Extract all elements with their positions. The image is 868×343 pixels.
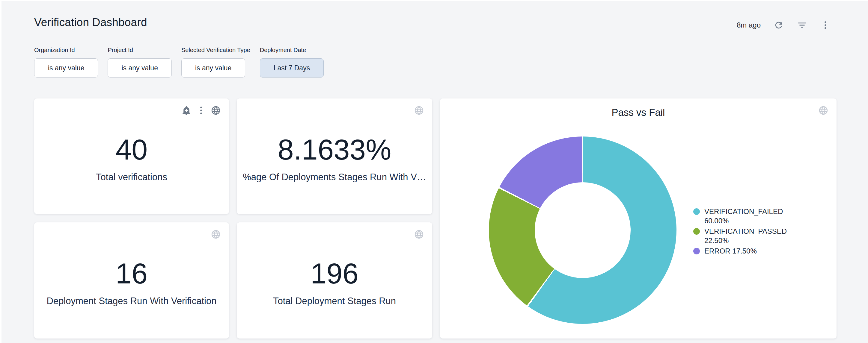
filter-organization-id: Organization Id is any value [34, 47, 98, 77]
filter-value-button[interactable]: Last 7 Days [260, 58, 324, 77]
filter-value-button[interactable]: is any value [34, 58, 98, 77]
legend-label: ERROR [704, 247, 731, 255]
legend-item-error[interactable]: ERROR 17.50% [693, 246, 799, 255]
filter-selected-verification-type: Selected Verification Type is any value [181, 47, 250, 77]
globe-icon[interactable] [414, 229, 425, 240]
last-refreshed-label: 8m ago [737, 21, 761, 29]
chart-title: Pass vs Fail [440, 107, 837, 118]
chart-card-pass-vs-fail: Pass vs Fail VERIFICATION_FAILED 60.00% … [440, 99, 837, 339]
filter-bar: Organization Id is any value Project Id … [34, 47, 324, 77]
filter-label: Selected Verification Type [181, 47, 250, 54]
refresh-icon[interactable] [773, 20, 784, 31]
header-actions: 8m ago [737, 18, 831, 32]
legend-percent: 60.00% [704, 217, 728, 225]
globe-icon[interactable] [818, 105, 829, 116]
add-alert-icon[interactable] [181, 105, 192, 116]
dashboard-page: Verification Dashboard 8m ago Organizati… [1, 1, 868, 343]
legend-swatch [693, 248, 700, 254]
legend-swatch [693, 228, 700, 235]
kebab-menu-icon[interactable] [820, 20, 831, 31]
tile-icons [181, 105, 221, 116]
donut-hole [535, 182, 631, 278]
filter-value-button[interactable]: is any value [107, 58, 172, 77]
kpi-label: Total verifications [96, 172, 167, 182]
legend-label: VERIFICATION_FAILED [704, 207, 783, 215]
kpi-value: 16 [116, 259, 148, 288]
filter-deployment-date: Deployment Date Last 7 Days [260, 47, 324, 77]
tile-icons [210, 229, 221, 240]
legend-percent: 17.50% [732, 247, 756, 255]
kebab-menu-icon[interactable] [196, 105, 207, 116]
legend-label: VERIFICATION_PASSED [704, 227, 787, 235]
chart-legend: VERIFICATION_FAILED 60.00% VERIFICATION_… [693, 207, 799, 257]
legend-item-verification-passed[interactable]: VERIFICATION_PASSED 22.50% [693, 227, 799, 245]
filter-label: Organization Id [34, 47, 98, 54]
globe-icon[interactable] [210, 105, 221, 116]
tile-icons [414, 229, 425, 240]
tile-percent-stages-with-verification: 8.1633% %age Of Deployments Stages Run W… [237, 99, 432, 214]
page-title: Verification Dashboard [34, 16, 147, 29]
filter-icon[interactable] [797, 20, 807, 31]
tile-stages-run-with-verification: 16 Deployment Stages Run With Verificati… [34, 222, 229, 339]
legend-item-verification-failed[interactable]: VERIFICATION_FAILED 60.00% [693, 207, 799, 226]
filter-project-id: Project Id is any value [107, 47, 172, 77]
filter-label: Deployment Date [260, 47, 324, 54]
kpi-label: Total Deployment Stages Run [273, 296, 396, 306]
filter-label: Project Id [107, 47, 172, 54]
kpi-label: Deployment Stages Run With Verification [47, 296, 217, 306]
donut-chart[interactable] [489, 136, 677, 324]
tile-icons [414, 105, 425, 116]
tile-total-verifications: 40 Total verifications [34, 99, 229, 214]
kpi-value: 40 [116, 135, 148, 164]
globe-icon[interactable] [414, 105, 425, 116]
kpi-value: 8.1633% [278, 135, 392, 164]
kpi-label: %age Of Deployments Stages Run With V… [243, 172, 426, 182]
globe-icon[interactable] [210, 229, 221, 240]
kpi-value: 196 [311, 259, 359, 288]
tile-total-deployment-stages-run: 196 Total Deployment Stages Run [237, 222, 432, 339]
filter-value-button[interactable]: is any value [181, 58, 245, 77]
tile-icons [818, 105, 829, 116]
legend-swatch [693, 208, 700, 215]
legend-percent: 22.50% [704, 236, 728, 244]
